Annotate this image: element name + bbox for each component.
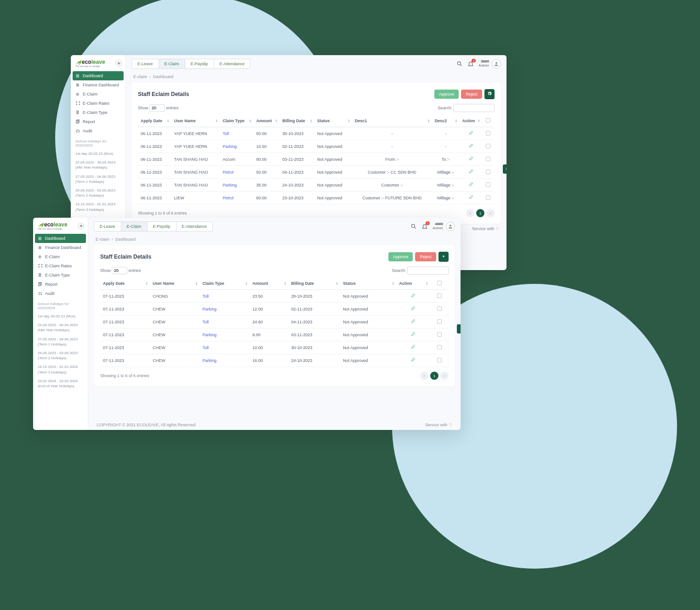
search-icon[interactable] xyxy=(456,61,463,67)
float-settings-button[interactable] xyxy=(503,164,507,174)
tab-e-claim[interactable]: E-Claim xyxy=(121,222,148,231)
breadcrumb-root[interactable]: E-claim xyxy=(133,74,147,79)
edit-icon[interactable] xyxy=(410,346,415,350)
sidebar-item-audit[interactable]: 🗀Audit xyxy=(71,126,125,136)
page-1[interactable]: 1 xyxy=(476,209,484,217)
col-amount[interactable]: Amount▲▼ xyxy=(254,115,280,127)
claim-link[interactable]: Toll xyxy=(202,320,209,324)
claim-link[interactable]: Parking xyxy=(222,144,237,149)
entries-select[interactable] xyxy=(112,267,127,274)
col-billing-date[interactable]: Billing Date▲▼ xyxy=(289,277,341,290)
tab-e-payslip[interactable]: E-Payslip xyxy=(148,222,176,231)
reject-button[interactable]: Reject xyxy=(461,90,482,99)
claim-link[interactable]: Parking xyxy=(202,307,216,311)
settings-button[interactable] xyxy=(438,252,449,262)
page-next[interactable]: › xyxy=(440,372,449,380)
col-status[interactable]: Status▲▼ xyxy=(340,277,396,290)
approve-button[interactable]: Approve xyxy=(434,90,459,99)
tab-e-claim[interactable]: E-Claim xyxy=(159,59,185,68)
edit-icon[interactable] xyxy=(468,170,473,175)
claim-link[interactable]: Toll xyxy=(202,294,209,299)
row-checkbox[interactable] xyxy=(486,131,490,136)
page-next[interactable]: › xyxy=(486,209,495,217)
row-checkbox[interactable] xyxy=(486,169,490,174)
sidebar-item-e-claim-rates[interactable]: ⛚E-Claim Rates xyxy=(71,99,125,108)
search-icon[interactable] xyxy=(410,223,417,230)
page-1[interactable]: 1 xyxy=(430,372,438,380)
edit-icon[interactable] xyxy=(468,145,473,149)
entries-select[interactable] xyxy=(149,104,165,112)
col-billing-date[interactable]: Billing Date▲▼ xyxy=(279,115,314,127)
search-input[interactable] xyxy=(407,266,449,275)
claim-link[interactable]: Toll xyxy=(202,345,209,350)
sidebar-item-dashboard[interactable]: ⊞Dashboard xyxy=(35,234,86,243)
select-all-checkbox[interactable] xyxy=(437,281,442,285)
row-checkbox[interactable] xyxy=(437,358,442,362)
tab-e-leave[interactable]: E-Leave xyxy=(132,59,159,68)
col-apply-date[interactable]: Apply Date▲▼ xyxy=(138,115,171,127)
sidebar-item-finance-dashboard[interactable]: 🗎Finance Dashboard xyxy=(71,80,125,90)
edit-icon[interactable] xyxy=(468,132,473,136)
col-desc1[interactable]: Desc1▲▼ xyxy=(352,115,432,127)
edit-icon[interactable] xyxy=(410,320,415,325)
row-checkbox[interactable] xyxy=(486,144,490,148)
col-user-name[interactable]: User Name▲▼ xyxy=(171,115,220,127)
select-all-checkbox[interactable] xyxy=(486,118,490,123)
edit-icon[interactable] xyxy=(410,359,415,363)
col-user-name[interactable]: User Name▲▼ xyxy=(150,277,199,290)
edit-icon[interactable] xyxy=(410,333,415,338)
page-prev[interactable]: ‹ xyxy=(420,372,428,380)
row-checkbox[interactable] xyxy=(437,294,442,298)
claim-link[interactable]: Toll xyxy=(222,131,229,136)
sidebar-collapse-button[interactable]: ◉ xyxy=(115,60,122,67)
approve-button[interactable]: Approve xyxy=(388,252,413,261)
sidebar-item-report[interactable]: 🗐Report xyxy=(71,117,125,126)
sidebar-item-finance-dashboard[interactable]: 🗎Finance Dashboard xyxy=(33,243,88,252)
col-claim-type[interactable]: Claim Type▲▼ xyxy=(199,277,250,290)
claim-link[interactable]: Parking xyxy=(202,333,216,337)
tab-e-attendance[interactable]: E-Attendance xyxy=(176,222,213,231)
row-checkbox[interactable] xyxy=(437,332,442,337)
claim-link[interactable]: Petrol xyxy=(222,196,233,200)
sidebar-item-e-claim-type[interactable]: ≣E-Claim Type xyxy=(33,271,88,280)
edit-icon[interactable] xyxy=(468,158,473,162)
edit-icon[interactable] xyxy=(410,307,415,312)
sidebar-item-audit[interactable]: 🗀Audit xyxy=(33,289,88,298)
col-apply-date[interactable]: Apply Date▲▼ xyxy=(100,277,150,290)
bell-icon[interactable]: 0 xyxy=(467,61,474,67)
sidebar-item-e-claim[interactable]: ⊛E-Claim xyxy=(33,252,88,261)
row-checkbox[interactable] xyxy=(437,345,442,350)
sidebar-item-dashboard[interactable]: ⊞Dashboard xyxy=(73,71,124,80)
sidebar-collapse-button[interactable]: ◉ xyxy=(78,223,84,229)
col-desc2[interactable]: Desc2▲▼ xyxy=(432,115,460,127)
col-action[interactable]: Action▲▼ xyxy=(460,115,482,127)
col-amount[interactable]: Amount▲▼ xyxy=(250,277,288,290)
tab-e-leave[interactable]: E-Leave xyxy=(94,222,121,231)
tab-e-attendance[interactable]: E-Attendance xyxy=(214,59,250,68)
claim-link[interactable]: Petrol xyxy=(222,170,233,175)
settings-button[interactable] xyxy=(484,89,495,99)
row-checkbox[interactable] xyxy=(486,182,490,187)
col-status[interactable]: Status▲▼ xyxy=(314,115,352,127)
edit-icon[interactable] xyxy=(410,294,415,299)
edit-icon[interactable] xyxy=(468,196,473,201)
row-checkbox[interactable] xyxy=(486,157,490,161)
sidebar-item-e-claim-rates[interactable]: ⛚E-Claim Rates xyxy=(33,261,88,271)
sidebar-item-e-claim[interactable]: ⊛E-Claim xyxy=(71,90,125,99)
breadcrumb-root[interactable]: E-claim xyxy=(96,237,109,242)
claim-link[interactable]: Parking xyxy=(222,183,237,187)
col-action[interactable]: Action▲▼ xyxy=(396,277,430,290)
row-checkbox[interactable] xyxy=(437,319,442,324)
page-prev[interactable]: ‹ xyxy=(466,209,474,217)
tab-e-payslip[interactable]: E-Payslip xyxy=(185,59,214,68)
col-claim-type[interactable]: Claim Type▲▼ xyxy=(220,115,253,127)
reject-button[interactable]: Reject xyxy=(415,252,436,261)
float-settings-button[interactable] xyxy=(457,324,461,333)
sidebar-item-e-claim-type[interactable]: ≣E-Claim Type xyxy=(71,108,125,117)
user-menu[interactable]: 3000 Admin xyxy=(478,59,501,68)
claim-link[interactable]: Parking xyxy=(202,358,216,363)
row-checkbox[interactable] xyxy=(486,195,490,200)
user-menu[interactable]: 4000 Admin xyxy=(433,222,455,231)
search-input[interactable] xyxy=(453,104,495,112)
bell-icon[interactable]: 0 xyxy=(421,223,428,230)
